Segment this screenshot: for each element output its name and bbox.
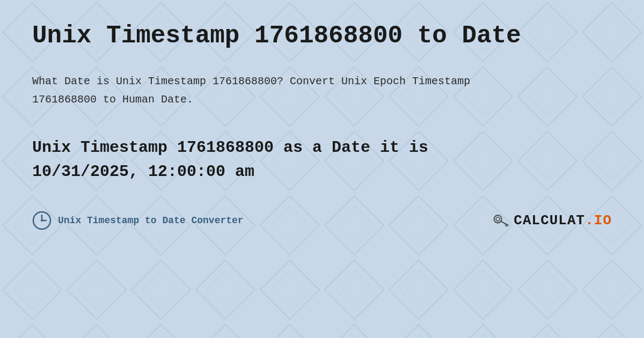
svg-point-9	[494, 215, 502, 223]
page-title: Unix Timestamp 1761868800 to Date	[32, 21, 612, 51]
main-content: Unix Timestamp 1761868800 to Date What D…	[0, 0, 644, 252]
footer-link[interactable]: Unix Timestamp to Date Converter	[32, 211, 244, 230]
footer-link-text: Unix Timestamp to Date Converter	[58, 215, 244, 226]
clock-icon	[32, 211, 52, 230]
logo-text: CALCULAT.IO	[514, 212, 612, 229]
page-description: What Date is Unix Timestamp 1761868800? …	[32, 72, 515, 109]
page-footer: Unix Timestamp to Date Converter CALCULA…	[32, 211, 612, 230]
svg-point-8	[41, 219, 43, 222]
result-text: Unix Timestamp 1761868800 as a Date it i…	[32, 136, 515, 184]
logo-dot-io: .IO	[585, 212, 612, 229]
svg-point-10	[496, 217, 500, 221]
key-icon	[492, 212, 509, 229]
logo: CALCULAT.IO	[492, 212, 612, 229]
